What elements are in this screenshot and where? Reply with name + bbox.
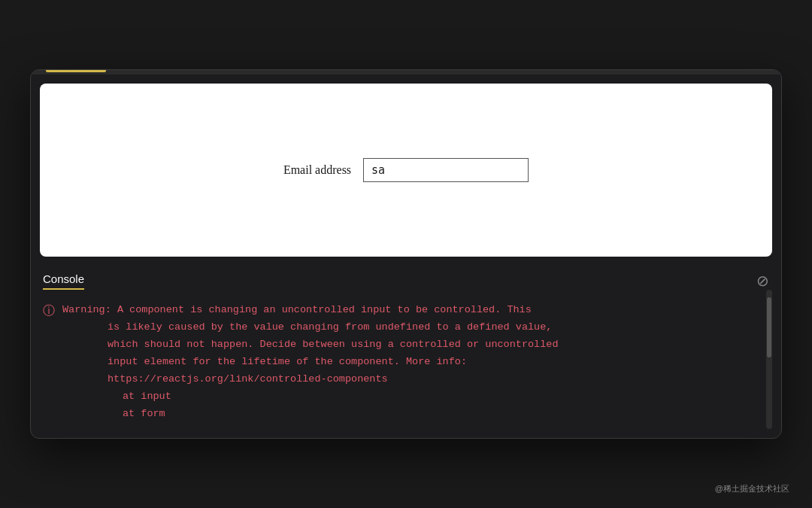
preview-area: Email address <box>40 84 772 257</box>
watermark: @稀土掘金技术社区 <box>715 483 789 494</box>
email-label: Email address <box>283 163 351 177</box>
warning-text-block: Warning: A component is changing an unco… <box>62 302 559 423</box>
form-row: Email address <box>283 158 529 182</box>
warning-icon: ⓘ <box>43 303 55 319</box>
top-bar-accent <box>46 70 106 72</box>
warning-line-3: which should not happen. Decide between … <box>62 336 559 354</box>
warning-at-form: at form <box>123 406 559 423</box>
console-header: Console ⊘ <box>40 264 772 290</box>
clear-console-icon[interactable]: ⊘ <box>756 272 769 290</box>
top-bar <box>31 70 781 75</box>
console-title: Console <box>43 272 84 288</box>
main-container: Email address Console ⊘ ⓘ Warning: A com… <box>30 69 782 439</box>
email-input[interactable] <box>363 158 529 182</box>
warning-block: ⓘ Warning: A component is changing an un… <box>43 302 769 423</box>
warning-at-input: at input <box>123 388 559 406</box>
console-body: ⓘ Warning: A component is changing an un… <box>40 290 772 429</box>
warning-link: https://reactjs.org/link/controlled-comp… <box>62 371 559 388</box>
warning-line-4: input element for the lifetime of the co… <box>62 354 559 371</box>
console-section: Console ⊘ ⓘ Warning: A component is chan… <box>40 264 772 429</box>
warning-line-2: is likely caused by the value changing f… <box>62 319 559 336</box>
console-title-wrap: Console <box>43 272 84 290</box>
warning-line-1: Warning: A component is changing an unco… <box>62 302 559 319</box>
scrollbar-thumb[interactable] <box>767 297 771 357</box>
